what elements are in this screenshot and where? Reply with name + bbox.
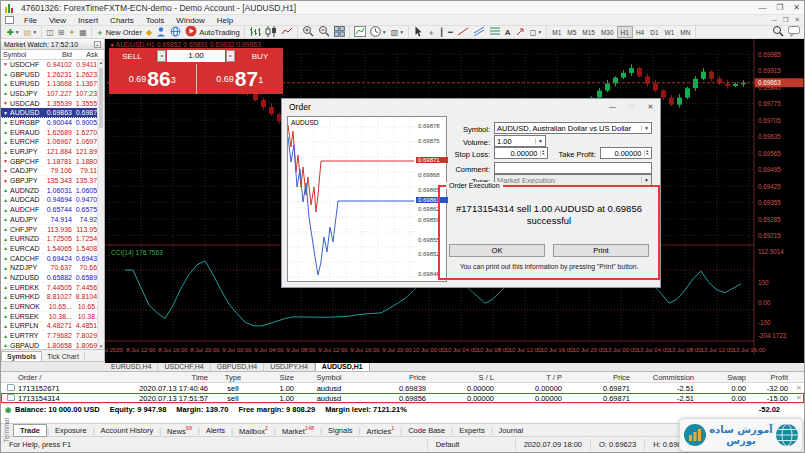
market-watch-tab-tick-chart[interactable]: Tick Chart: [42, 352, 85, 361]
menu-help[interactable]: Help: [211, 16, 239, 25]
timeframe-m1[interactable]: M1: [549, 26, 564, 38]
take-profit-input[interactable]: 0.00000▲▼: [600, 147, 652, 159]
column-symbol[interactable]: Symbol: [1, 51, 45, 58]
tab-signals[interactable]: Signals: [322, 425, 359, 436]
close-position-button[interactable]: ✕: [791, 384, 805, 392]
tile-windows-button[interactable]: [332, 26, 347, 38]
terminal-toggle[interactable]: ▦: [77, 26, 89, 38]
shapes-button[interactable]: ◻▼: [528, 26, 545, 38]
ok-button[interactable]: OK: [449, 244, 545, 257]
stop-loss-input[interactable]: 0.00000▲▼: [494, 147, 548, 159]
tab-code-base[interactable]: Code Base: [402, 425, 451, 436]
tab-experts[interactable]: Experts: [453, 425, 490, 436]
terminal-column-S / L[interactable]: S / L: [429, 373, 497, 382]
menu-tools[interactable]: Tools: [140, 16, 171, 25]
periods-button[interactable]: ▼: [368, 26, 389, 38]
candle-chart-button[interactable]: [263, 26, 279, 38]
market-watch-options-button[interactable]: ▪: [94, 41, 101, 48]
window-minimize-button[interactable]: —: [758, 3, 766, 12]
tab-market[interactable]: Market148: [276, 424, 320, 437]
market-watch-row-audchf[interactable]: ▲AUDCHF0.657440.65755: [1, 205, 104, 215]
market-watch-row-usdcad[interactable]: ▼USDCAD1.355391.35552: [1, 99, 104, 109]
market-watch-row-audnzd[interactable]: ▲AUDNZD1.060311.06052: [1, 186, 104, 196]
timeframe-h1[interactable]: H1: [617, 26, 633, 38]
tab-exposure[interactable]: Exposure: [49, 425, 93, 436]
market-watch-scrollbar[interactable]: ▲▼: [97, 60, 104, 349]
text-button[interactable]: A: [503, 26, 513, 38]
line-chart-button[interactable]: [279, 26, 295, 38]
tab-account-history[interactable]: Account History: [95, 425, 160, 436]
status-profile[interactable]: Default: [428, 439, 516, 451]
volume-select[interactable]: 1.00▼: [494, 135, 546, 147]
timeframe-m15[interactable]: M15: [579, 26, 598, 38]
menu-window[interactable]: Window: [170, 16, 210, 25]
search-icon[interactable]: [770, 26, 786, 38]
channel-button[interactable]: [471, 26, 487, 38]
order-row-1713154314[interactable]: 17131543142020.07.13 17:51:57sell1.00aud…: [1, 393, 804, 403]
market-watch-row-audcad[interactable]: ▲AUDCAD0.946940.94708: [1, 196, 104, 206]
buy-button[interactable]: BUY: [237, 48, 283, 64]
terminal-column-Swap[interactable]: Swap: [697, 373, 749, 382]
child-restore-button[interactable]: ❐: [783, 16, 789, 24]
tab-alerts[interactable]: Alerts: [200, 425, 231, 436]
terminal-column-Size[interactable]: Size: [255, 373, 297, 382]
sell-price[interactable]: 0.69 86 3: [109, 64, 197, 94]
market-watch-row-gbpusd[interactable]: ▲GBPUSD1.262311.26239: [1, 70, 104, 80]
chart-tab-eurusd-h4[interactable]: EURUSD,H4: [105, 362, 158, 371]
market-watch-row-eurchf[interactable]: ▲EURCHF1.069671.06974: [1, 138, 104, 148]
market-watch-row-eurnok[interactable]: ▲EURNOK10.65...10.65...: [1, 302, 104, 312]
new-order-button[interactable]: ＋New Order: [94, 26, 144, 38]
timeframe-w1[interactable]: W1: [662, 26, 678, 38]
market-watch-row-eurgbp[interactable]: ▲EURGBP0.900440.90051: [1, 118, 104, 128]
market-watch-column-headers[interactable]: Symbol Bid Ask: [1, 50, 104, 60]
order-row-1713152671[interactable]: 17131526712020.07.13 17:40:46sell1.00aud…: [1, 383, 804, 393]
market-watch-row-nzdusd[interactable]: ▲NZDUSD0.658820.65890: [1, 273, 104, 283]
column-bid[interactable]: Bid: [45, 51, 74, 58]
market-watch-row-cadchf[interactable]: ▲CADCHF0.694240.69435: [1, 254, 104, 264]
timeframe-d1[interactable]: D1: [647, 26, 661, 38]
zoom-out-button[interactable]: [316, 26, 332, 38]
market-watch-toggle[interactable]: ◫: [44, 26, 56, 38]
timeframe-h4[interactable]: H4: [633, 26, 647, 38]
window-maximize-button[interactable]: ❐: [776, 3, 783, 12]
market-watch-row-eurtry[interactable]: ▲EURTRY7.796827.80298: [1, 331, 104, 341]
terminal-column-Price[interactable]: Price: [361, 373, 429, 382]
crosshair-button[interactable]: ＋: [425, 26, 437, 38]
market-watch-row-eurpln[interactable]: ▲EURPLN4.482714.48513: [1, 322, 104, 332]
tab-trade[interactable]: Trade: [13, 424, 47, 437]
terminal-column-Price[interactable]: Price: [565, 373, 633, 382]
market-watch-row-gbpaud[interactable]: ▲GBPAUD1.806581.80698: [1, 341, 104, 349]
terminal-column-Symbol[interactable]: Symbol: [297, 373, 361, 382]
menu-view[interactable]: View: [43, 16, 72, 25]
timeframe-mn[interactable]: MN: [677, 26, 693, 38]
market-watch-row-eurhkd[interactable]: ▲EURHKD8.810278.81043: [1, 293, 104, 303]
autotrading-button[interactable]: AutoTrading: [183, 26, 242, 38]
print-button[interactable]: Print: [553, 244, 649, 257]
main-chart[interactable]: 0.699850.699150.698450.697750.697050.696…: [105, 39, 804, 361]
market-watch-row-eurusd[interactable]: ▲EURUSD1.136681.13674: [1, 79, 104, 89]
volume-increase-button[interactable]: ▸: [226, 50, 235, 62]
buy-price[interactable]: 0.69 87 1: [197, 64, 284, 94]
metaeditor-button[interactable]: ◆: [144, 26, 154, 38]
market-watch-row-eurdkk[interactable]: ▲EURDKK7.445057.44562: [1, 283, 104, 293]
timeframe-m30[interactable]: M30: [598, 26, 617, 38]
market-watch-row-cadjpy[interactable]: ▼CADJPY79.10679.115: [1, 167, 104, 177]
tab-mailbox[interactable]: Mailbox2: [233, 424, 274, 437]
market-watch-row-gbpjpy[interactable]: ▼GBPJPY135.343135.376: [1, 176, 104, 186]
community-chat-icon[interactable]: [786, 26, 802, 38]
terminal-column-Commission[interactable]: Commission: [633, 373, 697, 382]
zoom-in-button[interactable]: [300, 26, 316, 38]
navigator-toggle[interactable]: ✦: [66, 26, 77, 38]
market-watch-row-gbpchf[interactable]: ▼GBPCHF1.187811.18806: [1, 157, 104, 167]
cursor-button[interactable]: [411, 26, 425, 38]
tab-articles[interactable]: Articles1: [361, 424, 401, 437]
dialog-close-button[interactable]: ✕: [641, 103, 660, 111]
templates-button[interactable]: ▧▼: [389, 26, 407, 38]
column-ask[interactable]: Ask: [74, 51, 100, 58]
terminal-column-Order /[interactable]: Order /: [15, 373, 93, 382]
volume-input[interactable]: 1.00: [167, 50, 225, 62]
community-button[interactable]: [168, 26, 183, 38]
new-chart-button[interactable]: ✚▼: [5, 26, 22, 38]
child-close-button[interactable]: ✕: [795, 16, 800, 24]
market-watch-row-eurnzd[interactable]: ▲EURNZD1.725051.72549: [1, 234, 104, 244]
